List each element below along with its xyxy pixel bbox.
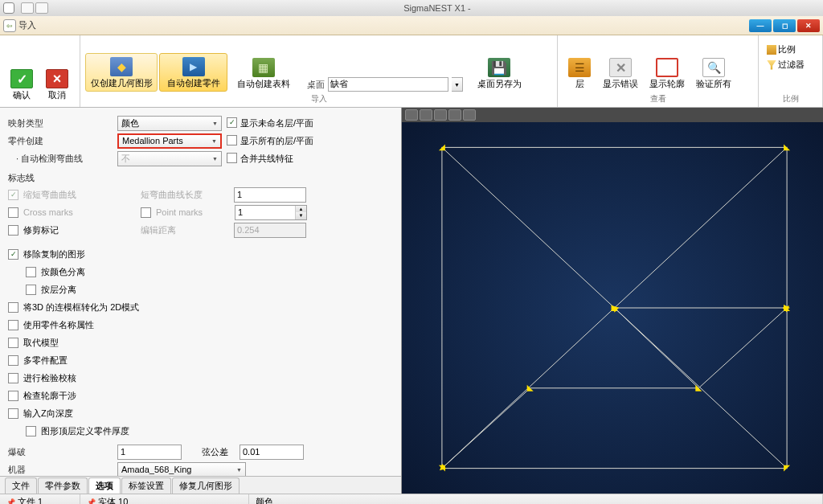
mark-distance-label: 编辑距离	[141, 224, 229, 236]
separate-by-layer-checkbox[interactable]	[26, 285, 36, 295]
tab-options[interactable]: 选项	[88, 477, 121, 494]
part-creation-select[interactable]: Medallion Parts▼	[117, 133, 222, 149]
show-unnamed-layer-checkbox[interactable]	[227, 117, 237, 128]
save-icon	[488, 58, 510, 77]
remove-duplicate-checkbox[interactable]	[8, 249, 18, 260]
back-icon[interactable]: ⇦	[3, 19, 16, 32]
filter-link[interactable]: 过滤器	[767, 59, 814, 71]
use-part-name-label: 使用零件名称属性	[23, 319, 94, 331]
svg-line-7	[614, 308, 698, 388]
trim-marks-label: 修剪标记	[23, 224, 136, 236]
titlebar: SigmaNEST X1 -	[0, 0, 823, 16]
mapping-type-select[interactable]: 颜色▼	[117, 116, 222, 131]
show-all-layers-checkbox[interactable]	[227, 135, 237, 145]
use-part-name-checkbox[interactable]	[8, 320, 18, 330]
svg-marker-12	[784, 465, 790, 472]
ratio-icon	[767, 45, 776, 55]
desktop-select[interactable]: 缺省	[328, 77, 448, 92]
explosion-label: 爆破	[8, 446, 113, 458]
convert-3d-checkbox[interactable]	[8, 302, 18, 313]
graphic-top-thickness-checkbox[interactable]	[26, 426, 36, 436]
preview-tool[interactable]	[434, 109, 447, 121]
tab-part-params[interactable]: 零件参数	[38, 477, 88, 494]
auto-detect-bend-select[interactable]: 不▼	[117, 151, 222, 166]
convert-3d-label: 将3D 的连模框转化为 2D模式	[23, 301, 139, 313]
confirm-icon	[10, 69, 33, 88]
shorten-bend-label: 缩短弯曲曲线	[23, 189, 136, 201]
replace-model-label: 取代模型	[23, 337, 59, 349]
check-contour-checkbox[interactable]	[8, 391, 18, 401]
preview-tool[interactable]	[420, 109, 432, 121]
layer-icon	[568, 58, 591, 77]
options-panel: 映射类型 颜色▼ 显示未命名层/平面 零件创建 Medallion Parts▼…	[0, 108, 401, 494]
ratio-link[interactable]: 比例	[767, 43, 814, 55]
auto-detect-bend-label: · 自动检测弯曲线	[8, 153, 113, 165]
cancel-button[interactable]: 取消	[40, 66, 74, 103]
machine-select[interactable]: Amada_568_King▼	[117, 462, 246, 477]
close-button[interactable]: ✕	[797, 19, 820, 32]
check-contour-label: 检查轮廓干涉	[23, 390, 76, 402]
tolerance-input[interactable]: 0.01	[240, 445, 304, 460]
point-marks-label: Point marks	[156, 207, 230, 217]
separate-by-color-checkbox[interactable]	[26, 267, 36, 277]
graphic-top-thickness-label: 图形顶层定义零件厚度	[41, 425, 129, 437]
input-z-depth-label: 输入Z向深度	[23, 408, 73, 420]
contour-icon	[656, 58, 678, 77]
merge-colinear-checkbox[interactable]	[227, 153, 237, 163]
tolerance-label: 弦公差	[186, 446, 235, 458]
do-inspection-label: 进行检验校核	[23, 372, 76, 384]
shorten-bend-length-input[interactable]: 1	[234, 187, 306, 203]
desktop-label: 桌面	[307, 79, 325, 91]
svg-marker-9	[439, 144, 445, 150]
machine-label: 机器	[8, 464, 113, 476]
preview-tool[interactable]	[405, 109, 418, 121]
status-entities: 📌实体 10	[80, 494, 249, 504]
shorten-bend-length-label: 短弯曲曲线长度	[141, 189, 229, 201]
create-geometry-only-button[interactable]: 仅创建几何图形	[85, 53, 158, 92]
separate-by-layer-label: 按层分离	[41, 284, 76, 296]
explosion-input[interactable]: 1	[117, 445, 182, 460]
dialog-titlebar: ⇦ 导入 — ◻ ✕	[0, 16, 823, 35]
group-ratio-caption: 比例	[759, 92, 822, 107]
main-area: 映射类型 颜色▼ 显示未命名层/平面 零件创建 Medallion Parts▼…	[0, 108, 823, 494]
filter-icon	[767, 60, 776, 70]
preview-tool[interactable]	[463, 109, 476, 121]
desktop-dropdown-button[interactable]: ▼	[452, 77, 463, 92]
show-contours-button[interactable]: 显示轮廓	[645, 55, 690, 92]
validate-all-button[interactable]: 验证所有	[691, 55, 736, 92]
status-color: 颜色	[249, 494, 823, 504]
auto-create-material-button[interactable]: 自动创建表料	[229, 55, 297, 92]
trim-marks-checkbox[interactable]	[8, 225, 18, 236]
save-desktop-as-button[interactable]: 桌面另存为	[473, 55, 526, 92]
show-errors-button[interactable]: 显示错误	[598, 55, 643, 92]
dialog-title: 导入	[18, 19, 749, 31]
cross-marks-checkbox[interactable]	[8, 207, 18, 218]
input-z-depth-checkbox[interactable]	[8, 408, 18, 419]
point-marks-spinner[interactable]: 1▲▼	[235, 205, 307, 220]
preview-canvas[interactable]	[402, 122, 823, 494]
part-icon	[182, 57, 205, 76]
tab-label-settings[interactable]: 标签设置	[121, 477, 171, 494]
maximize-button[interactable]: ◻	[773, 19, 796, 32]
cross-marks-label: Cross marks	[23, 207, 136, 217]
status-bar: 📌文件 1 📌实体 10 颜色	[0, 494, 823, 504]
preview-tool[interactable]	[448, 109, 461, 121]
group-import-caption: 导入	[80, 92, 557, 107]
multi-part-config-checkbox[interactable]	[8, 355, 18, 366]
do-inspection-checkbox[interactable]	[8, 373, 18, 383]
cancel-icon	[46, 69, 68, 88]
part-creation-label: 零件创建	[8, 135, 113, 147]
layer-button[interactable]: 层	[563, 55, 596, 92]
shorten-bend-checkbox[interactable]	[8, 190, 18, 200]
confirm-button[interactable]: 确认	[5, 66, 39, 103]
auto-create-parts-button[interactable]: 自动创建零件	[159, 53, 227, 92]
ribbon: 确认 取消 仅创建几何图形 自动创建零件 自动创建表料 桌面	[0, 35, 823, 108]
qat-button[interactable]	[21, 2, 34, 14]
qat-button[interactable]	[35, 2, 48, 14]
remove-duplicate-label: 移除复制的图形	[23, 248, 85, 260]
tab-fix-geometry[interactable]: 修复几何图形	[172, 477, 240, 494]
tab-file[interactable]: 文件	[5, 477, 37, 494]
minimize-button[interactable]: —	[749, 19, 772, 32]
point-marks-checkbox[interactable]	[141, 207, 151, 218]
replace-model-checkbox[interactable]	[8, 338, 18, 348]
